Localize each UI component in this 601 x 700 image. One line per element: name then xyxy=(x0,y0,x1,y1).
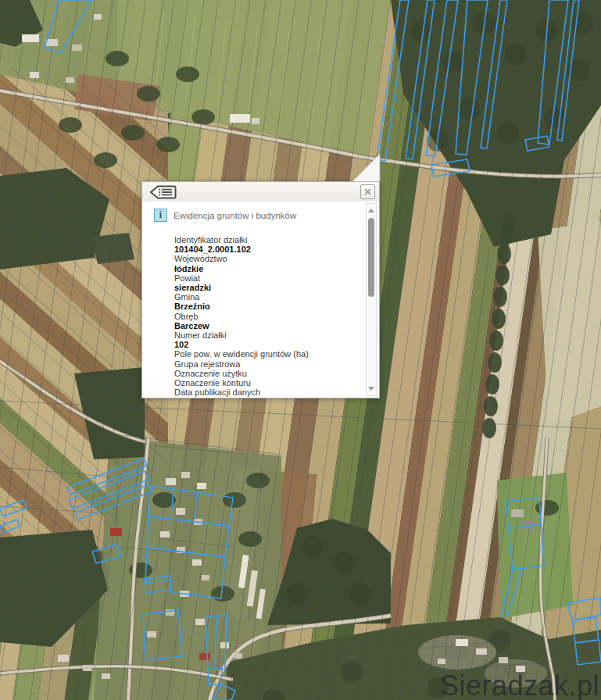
watermark: Sieradzak.pl xyxy=(440,672,599,700)
field-label: Oznaczenie użytku xyxy=(174,369,345,378)
gis-app: Sieradzak.pl xyxy=(0,0,601,700)
close-icon xyxy=(363,188,372,196)
field-value: 101404_2.0001.102 xyxy=(174,245,345,254)
popup-titlebar xyxy=(142,182,379,202)
close-button[interactable] xyxy=(360,184,375,199)
field-label: Powiat xyxy=(174,273,345,283)
field-value: Barczew xyxy=(174,321,345,330)
field-value: sieradzki xyxy=(174,283,345,292)
layer-title: Ewidencja gruntów i budynków xyxy=(174,211,296,220)
back-to-list-button[interactable] xyxy=(149,184,177,199)
field-label: Data publikacji danych xyxy=(174,388,345,397)
back-list-icon xyxy=(149,184,177,200)
popup-content[interactable]: i Ewidencja gruntów i budynków Identyfik… xyxy=(142,202,379,398)
scroll-down-icon[interactable] xyxy=(368,387,374,391)
field-label: Obręb xyxy=(174,312,345,321)
info-popup: i Ewidencja gruntów i budynków Identyfik… xyxy=(141,181,380,398)
field-label: Numer działki xyxy=(174,330,345,340)
scroll-up-icon[interactable] xyxy=(368,209,374,212)
popup-anchor-pointer xyxy=(352,153,381,182)
scrollbar[interactable] xyxy=(366,203,377,396)
attribute-list: Identyfikator działki101404_2.0001.102Wo… xyxy=(174,235,345,397)
field-label: Oznaczenie konturu xyxy=(174,378,345,388)
field-value: łódzkie xyxy=(174,264,345,273)
field-value: Brzeźnio xyxy=(174,302,345,311)
scroll-thumb[interactable] xyxy=(368,218,374,297)
field-label: Pole pow. w ewidencji gruntów (ha) xyxy=(174,349,345,359)
layer-header: i Ewidencja gruntów i budynków xyxy=(154,209,379,222)
field-label: Województwo xyxy=(174,254,345,263)
field-label: Identyfikator działki xyxy=(174,235,345,245)
field-label: Gmina xyxy=(174,292,345,302)
info-icon: i xyxy=(154,209,167,222)
field-value: 102 xyxy=(174,340,345,349)
field-label: Grupa rejestrowa xyxy=(174,359,345,369)
